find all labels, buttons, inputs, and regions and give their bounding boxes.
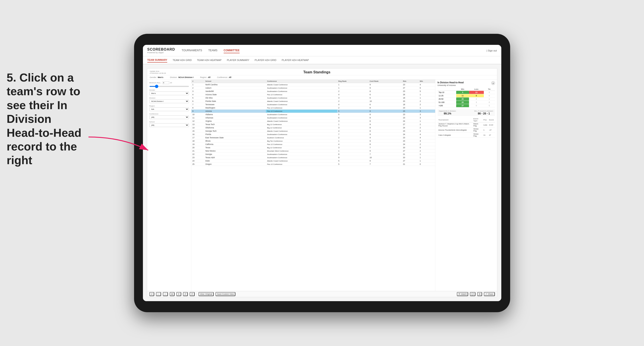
table-row[interactable]: 18 Illinois Big Ten Conference 1 9 23 3 [191, 139, 435, 143]
subnav-player-summary[interactable]: PLAYER SUMMARY [227, 58, 249, 62]
subnav-player-h2h-grid[interactable]: PLAYER H2H GRID [255, 58, 276, 62]
toolbar-comment[interactable]: 💬 [470, 292, 476, 296]
cell-reg-rank: 5 [337, 159, 368, 163]
cell-conference: Pac-12 Conference [266, 93, 337, 96]
cell-rds: 26 [402, 93, 419, 96]
toolbar-forward[interactable]: → [163, 292, 168, 296]
cell-rds: 23 [402, 106, 419, 110]
toolbar-clock[interactable]: ⏱ [190, 292, 195, 296]
toolbar-save-custom[interactable]: Save Custom View [216, 292, 236, 296]
min-rounds-slider[interactable] [149, 86, 189, 87]
col-rds: Rds [402, 80, 419, 83]
toolbar-settings[interactable]: ⚙ [477, 292, 482, 296]
table-row[interactable]: 11 Arkansas Southeastern Conference 6 8 … [191, 116, 435, 120]
table-row[interactable]: 4 Arizona State Pac-12 Conference 4 6 26… [191, 93, 435, 96]
table-row[interactable]: 14 Oklahoma Big 12 Conference 3 8 24 2 [191, 126, 435, 130]
toolbar-back[interactable]: ← [156, 292, 161, 296]
h2h-close-button[interactable]: ⊗ [491, 81, 495, 85]
tour-cell-type: Stroke Play [472, 133, 483, 138]
table-row[interactable]: 22 Georgia Southeastern Conference 8 7 2… [191, 153, 435, 156]
h2h-cell-loss: 8 [469, 94, 484, 97]
table-row[interactable]: 15 Georgia Tech Atlantic Coast Conferenc… [191, 130, 435, 133]
cell-win: 2 [418, 100, 435, 103]
cell-conf-rank: 6 [368, 96, 402, 100]
toolbar-watch[interactable]: 👁 Watch [457, 292, 468, 296]
cell-rank: 12 [191, 120, 204, 123]
toolbar-refresh[interactable]: ↺ [183, 292, 188, 296]
table-row[interactable]: 8 Washington Pac-12 Conference 2 8 23 1 [191, 106, 435, 110]
table-row[interactable]: 21 New Mexico Mountain West Conference 1… [191, 149, 435, 153]
nav-committee[interactable]: COMMITTEE [224, 48, 240, 53]
cell-win: 4 [418, 133, 435, 136]
region-select[interactable]: N/A East West [149, 107, 189, 111]
cell-rds: 23 [402, 136, 419, 139]
sign-out-button[interactable]: | Sign out [486, 49, 497, 52]
tournament-header-row: Tournament Event Type Pos Score [438, 117, 495, 122]
cell-reg-rank: 6 [337, 116, 368, 120]
cell-rank: 11 [191, 116, 204, 120]
toolbar-star[interactable]: ✦ [176, 292, 181, 296]
table-row[interactable]: 3 Vanderbilt Southeastern Conference 2 8… [191, 90, 435, 93]
cell-rank: 4 [191, 93, 204, 96]
table-row[interactable]: 13 Texas Tech Big 12 Conference 1 9 27 2 [191, 123, 435, 126]
cell-rank: 10 [191, 113, 204, 116]
h2h-cell-win: 25 [456, 97, 469, 101]
cell-reg-rank: 8 [337, 153, 368, 156]
table-row[interactable]: 1 North Carolina Atlantic Coast Conferen… [191, 83, 435, 86]
table-row[interactable]: 12 Virginia Atlantic Coast Conference 3 … [191, 120, 435, 123]
table-row[interactable]: 10 Alabama Southeastern Conference 5 8 2… [191, 113, 435, 116]
h2h-row: Top 10 3 13 0 [438, 91, 495, 94]
toolbar-view-original[interactable]: View: Original [198, 292, 214, 296]
cell-conference: Southern Conference [266, 136, 337, 139]
table-row[interactable]: 6 Florida State Atlantic Coast Conferenc… [191, 100, 435, 103]
gender-select[interactable]: Men's Women's [149, 91, 189, 95]
table-row[interactable]: 19 California Pac-12 Conference 4 8 24 2 [191, 143, 435, 146]
table-row[interactable]: 24 Duke Atlantic Coast Conference 5 9 27… [191, 159, 435, 163]
cell-rds: 27 [402, 149, 419, 153]
h2h-table: Win Loss Tie Top 10 3 13 0 11-25 11 8 0 [438, 88, 495, 107]
table-row[interactable]: 17 East Tennessee State Southern Confere… [191, 136, 435, 139]
table-row[interactable]: 16 Florida Southeastern Conference 7 9 2… [191, 133, 435, 136]
table-row[interactable]: 9 Arizona Pac-12 Conference 5 8 23 3 [191, 110, 435, 113]
table-row[interactable]: 7 Tennessee Southeastern Conference 4 6 … [191, 103, 435, 106]
toolbar-undo[interactable]: ↩ [149, 292, 154, 296]
cell-rank: 21 [191, 149, 204, 153]
toolbar-share[interactable]: ↗ Share [484, 292, 495, 296]
cell-school: Texas Tech [204, 123, 266, 126]
nav-tournaments[interactable]: TOURNAMENTS [182, 48, 202, 53]
table-row[interactable]: 2 Auburn Southeastern Conference 1 9 27 … [191, 86, 435, 90]
cell-conf-rank: 8 [368, 120, 402, 123]
table-row[interactable]: 5 Ole Miss Southeastern Conference 3 6 1… [191, 96, 435, 100]
cell-conference: Southeastern Conference [266, 153, 337, 156]
cell-conference: Pac-12 Conference [266, 163, 337, 166]
min-rounds-input[interactable] [162, 81, 169, 84]
conference-select[interactable]: (All) ACC SEC [149, 115, 189, 119]
cell-school: Arizona [204, 110, 266, 113]
cell-school: Ole Miss [204, 96, 266, 100]
cell-conf-rank: 10 [368, 156, 402, 159]
subnav-player-h2h-heatmap[interactable]: PLAYER H2H HEATMAP [282, 58, 309, 62]
subnav-team-summary[interactable]: TEAM SUMMARY [147, 58, 168, 62]
cell-conference: Southeastern Conference [266, 116, 337, 120]
table-row[interactable]: 23 Texas A&M Southeastern Conference 9 1… [191, 156, 435, 159]
tour-col-type: Event Type [472, 117, 483, 122]
h2h-col-loss: Loss [469, 88, 484, 91]
division-select[interactable]: NCAA Division I NCAA Division II [149, 99, 189, 103]
cell-rds: 24 [402, 126, 419, 130]
cell-school: North Carolina [204, 83, 266, 86]
cell-school: Georgia Tech [204, 130, 266, 133]
h2h-cell-win: 20 [456, 101, 469, 104]
toolbar-grid[interactable]: ⊞ [170, 292, 174, 296]
subnav-team-h2h-grid[interactable]: TEAM H2H GRID [172, 58, 192, 62]
table-row[interactable]: 20 Texas Big 12 Conference 3 7 20 0 [191, 146, 435, 149]
tour-cell-pos: Loss [482, 122, 488, 128]
nav-teams[interactable]: TEAMS [208, 48, 218, 53]
subnav-team-h2h-heatmap[interactable]: TEAM H2H HEATMAP [197, 58, 222, 62]
cell-conference: Southeastern Conference [266, 90, 337, 93]
school-select[interactable]: (All) [149, 123, 189, 127]
cell-rds: 24 [402, 143, 419, 146]
h2h-stats-row: Opponents in division: 99.1% W-L-T recor… [438, 109, 495, 116]
cell-win: 1 [418, 153, 435, 156]
cell-win: 4 [418, 83, 435, 86]
table-row[interactable]: 25 Oregon Pac-12 Conference 5 7 21 0 [191, 163, 435, 166]
